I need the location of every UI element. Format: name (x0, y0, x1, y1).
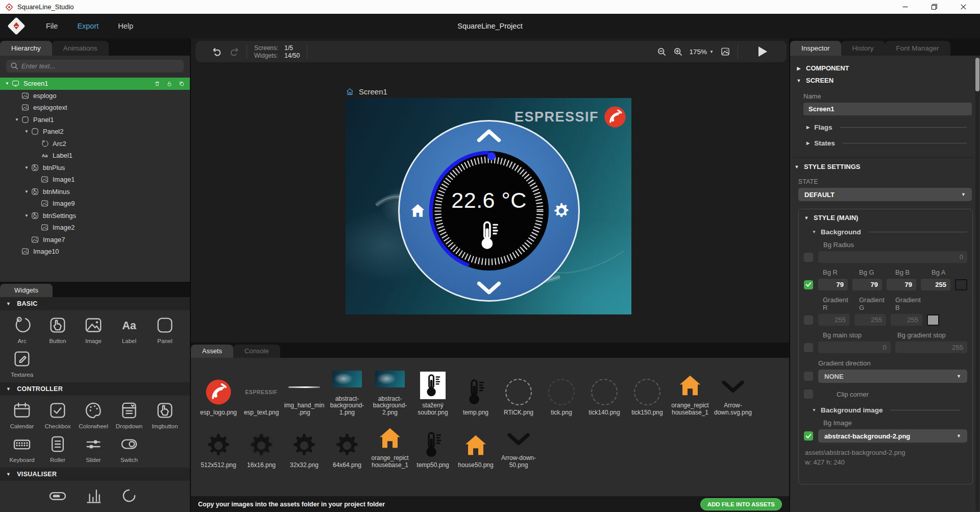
tree-item-image9[interactable]: Image9 (0, 198, 190, 210)
widget-slot[interactable] (40, 485, 76, 506)
search-input[interactable] (6, 60, 184, 72)
asset-item[interactable]: tick.png (540, 378, 583, 416)
bg-image-dropdown[interactable]: abstract-background-2.png ▼ (818, 429, 967, 443)
widget-calendar[interactable]: Calendar (4, 400, 40, 429)
menu-file[interactable]: File (46, 22, 58, 30)
tree-item-panel1[interactable]: ▼Panel1 (0, 114, 190, 126)
asset-item[interactable]: tick140.png (583, 378, 626, 416)
fit-image-icon[interactable] (720, 46, 730, 57)
unlock-icon[interactable] (166, 80, 173, 87)
zoom-out-icon[interactable] (657, 47, 667, 57)
bg-color-swatch[interactable] (955, 279, 967, 290)
widget-checkbox[interactable]: Checkbox (40, 400, 76, 429)
tab-history[interactable]: History (841, 41, 885, 56)
widget-label[interactable]: AaLabel (111, 315, 147, 344)
expander-icon[interactable]: ▼ (22, 189, 31, 194)
decrease-temp-button[interactable] (473, 281, 505, 295)
menu-help[interactable]: Help (118, 22, 133, 30)
tab-animations[interactable]: Animations (52, 41, 109, 56)
tree-item-image2[interactable]: Image2 (0, 222, 190, 234)
asset-item[interactable]: abstract-background-1.png (326, 364, 369, 416)
restore-button[interactable] (931, 4, 938, 10)
bg-color-checkbox[interactable] (804, 280, 813, 289)
component-section-header[interactable]: ▶ COMPONENT (796, 64, 974, 72)
widget-roller[interactable]: Roller (40, 434, 76, 463)
style-settings-header[interactable]: ▼ STYLE SETTINGS (794, 157, 974, 170)
asset-item[interactable]: orange_repict housebase_1 (369, 423, 411, 469)
widget-textarea[interactable]: Textarea (4, 349, 40, 378)
gradient-color-swatch[interactable] (927, 314, 939, 326)
background-section-header[interactable]: ▼ Background (812, 228, 967, 236)
zoom-caret-icon[interactable]: ▼ (709, 50, 714, 54)
close-button[interactable] (960, 4, 967, 10)
asset-item[interactable]: 512x512.png (197, 430, 240, 469)
bg-g-input[interactable]: 79 (852, 279, 882, 290)
expander-icon[interactable]: ▼ (22, 129, 31, 134)
tree-item-image10[interactable]: Image10 (0, 246, 190, 258)
asset-item[interactable]: RTiCK.png (497, 378, 540, 416)
asset-item[interactable]: temp.png (454, 378, 497, 416)
play-button[interactable] (758, 46, 767, 57)
widget-keyboard[interactable]: Keyboard (4, 434, 40, 463)
section-header-basic[interactable]: ▼BASIC (0, 297, 190, 310)
menu-export[interactable]: Export (77, 22, 99, 30)
tree-item-btnplus[interactable]: ▼btnPlus (0, 162, 190, 174)
expander-icon[interactable]: ▼ (3, 81, 11, 86)
tree-item-btnsettings[interactable]: ▼btnSettings (0, 210, 190, 222)
asset-item[interactable]: abstract-background-2.png (369, 364, 411, 416)
bg-a-input[interactable]: 255 (921, 279, 950, 290)
widget-imgbutton[interactable]: Imgbutton (147, 400, 183, 429)
tab-widgets[interactable]: Widgets (0, 284, 53, 297)
states-section[interactable]: ▶ States (806, 139, 967, 147)
asset-item[interactable]: ESPRESSIFesp_text.png (240, 378, 283, 416)
minimize-button[interactable] (902, 4, 909, 10)
widget-button[interactable]: Button (40, 315, 76, 344)
gradient-r-input[interactable]: 255 (818, 314, 850, 326)
clip-corner-checkbox[interactable] (804, 389, 813, 399)
asset-item[interactable]: 32x32.png (283, 430, 326, 469)
tab-assets[interactable]: Assets (191, 345, 233, 358)
asset-item[interactable]: img_hand_min.png (283, 371, 326, 416)
widget-switch[interactable]: Switch (111, 434, 147, 463)
bg-b-input[interactable]: 79 (887, 279, 916, 290)
tab-hierarchy[interactable]: Hierarchy (0, 41, 52, 56)
design-canvas[interactable]: ESPRESSIF (346, 98, 631, 314)
tab-inspector[interactable]: Inspector (790, 41, 841, 56)
gradient-direction-checkbox[interactable] (804, 372, 813, 381)
tree-item-image1[interactable]: Image1 (0, 174, 190, 186)
expander-icon[interactable]: ▼ (22, 165, 31, 170)
asset-item[interactable]: esp_logo.png (197, 378, 240, 416)
background-image-section-header[interactable]: ▼ Background image (812, 406, 960, 414)
gradient-b-input[interactable]: 255 (891, 314, 922, 326)
tree-item-image7[interactable]: Image7 (0, 234, 190, 246)
gradient-direction-dropdown[interactable]: NONE ▼ (818, 370, 967, 383)
gradient-color-checkbox[interactable] (804, 315, 813, 325)
redo-icon[interactable] (229, 46, 239, 57)
style-main-header[interactable]: ▼ STYLE (MAIN) (804, 214, 967, 222)
undo-icon[interactable] (212, 46, 223, 57)
tab-font-manager[interactable]: Font Manager (885, 41, 950, 56)
widget-arc[interactable]: Arc (4, 315, 40, 344)
delete-icon[interactable] (154, 80, 161, 87)
asset-item[interactable]: stažený soubor.png (411, 371, 454, 416)
asset-item[interactable]: house50.png (454, 430, 497, 469)
bg-radius-checkbox[interactable] (804, 253, 813, 262)
asset-item[interactable]: Arrow-down-50.png (497, 423, 540, 469)
temperature-dial[interactable]: 22.6 °C (428, 150, 550, 272)
flags-section[interactable]: ▶ Flags (806, 124, 967, 131)
section-header-controller[interactable]: ▼CONTROLLER (0, 382, 190, 396)
asset-item[interactable]: tick150.png (626, 378, 669, 416)
tab-console[interactable]: Console (233, 345, 280, 358)
settings-gear-icon[interactable] (552, 202, 571, 220)
bg-gradient-stop-input[interactable]: 255 (895, 342, 968, 353)
expander-icon[interactable]: ▼ (13, 117, 21, 122)
section-header-visualiser[interactable]: ▼VISUALISER (0, 468, 190, 481)
widget-colorwheel[interactable]: Colorwheel (76, 400, 111, 429)
bg-image-checkbox[interactable] (804, 431, 813, 441)
tree-item-panel2[interactable]: ▼Panel2 (0, 126, 190, 138)
duplicate-icon[interactable] (178, 80, 185, 87)
tree-item-esplogotext[interactable]: esplogotext (0, 102, 190, 114)
asset-item[interactable]: temp50.png (411, 430, 454, 469)
scrollbar-thumb[interactable] (975, 58, 979, 91)
zoom-in-icon[interactable] (673, 47, 683, 57)
